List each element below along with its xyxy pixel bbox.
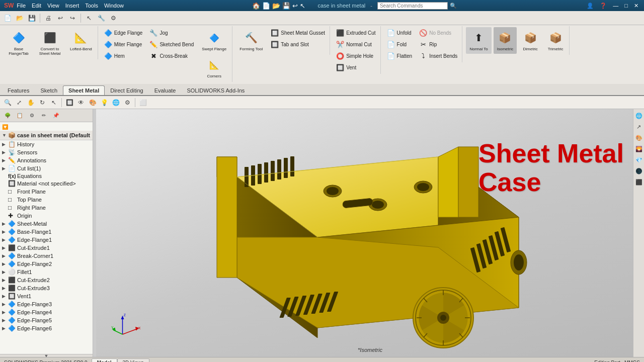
save-btn[interactable]: 💾 [26,13,37,24]
feature-mgr-icon[interactable]: 🌳 [2,110,13,121]
home-icon[interactable]: 🏠 [252,2,260,10]
tree-item-equations[interactable]: f(x) Equations [0,172,93,179]
pin-icon[interactable]: 📌 [50,110,61,121]
tree-item-front-plane[interactable]: □ Front Plane [0,188,93,196]
simple-hole-btn[interactable]: ⭕ Simple Hole [334,50,378,61]
menu-edit[interactable]: Edit [32,3,41,9]
lofted-bend-btn[interactable]: 📐 Lofted-Bend [66,27,96,54]
view-zoom-icon[interactable]: 🔍 [2,97,13,108]
select-btn[interactable]: ↖ [84,13,95,24]
tree-item-edge-flange3[interactable]: ▶ 🔷 Edge-Flange3 [0,300,93,308]
tree-root[interactable]: ▼ 📦 case in sheet metal (Default [0,131,93,140]
ambient-occlusion-icon[interactable]: ⬛ [634,177,643,187]
scene-panel-icon[interactable]: 🌄 [634,144,643,153]
tree-item-sensors[interactable]: ▶ 📡 Sensors [0,148,93,156]
undo-btn[interactable]: ↩ [55,13,66,24]
rip-btn[interactable]: ✂ Rip [417,39,460,50]
tree-item-material[interactable]: 🔲 Material <not specified> [0,179,93,188]
undo-icon[interactable]: ↩ [292,2,298,10]
normal-to-btn[interactable]: ⬆ Normal To [466,27,491,54]
tree-item-edge-flange1[interactable]: ▶ 🔷 Edge-Flange1 [0,236,93,244]
miter-flange-btn[interactable]: 🔷 Miter Flange [102,39,145,50]
tree-item-edge-flange6[interactable]: ▶ 🔷 Edge-Flange6 [0,324,93,332]
view-rotate-icon[interactable]: ↻ [37,97,48,108]
tree-item-sheet-metal[interactable]: ▶ 🔷 Sheet-Metal [0,220,93,228]
property-mgr-icon[interactable]: 📋 [14,110,25,121]
expand-icon[interactable]: ⬜ [137,97,148,108]
cross-break-btn[interactable]: ✖ Cross-Break [147,50,196,61]
no-bends-btn[interactable]: 🚫 No Bends [417,27,460,38]
tree-item-origin[interactable]: ✚ Origin [0,212,93,220]
open-btn[interactable]: 📂 [14,13,25,24]
tree-item-history[interactable]: ▶ 📋 History [0,140,93,148]
forming-tool-btn[interactable]: 🔨 Forming Tool [236,27,266,54]
new-file-btn[interactable]: 📄 [2,13,13,24]
lighting-icon[interactable]: 💡 [99,97,110,108]
rebuild-btn[interactable]: 🔧 [96,13,107,24]
select-icon[interactable]: ↖ [300,2,305,10]
config-mgr-icon[interactable]: ⚙ [26,110,37,121]
tree-item-cut-extrude1[interactable]: ▶ ⬛ Cut-Extrude1 [0,244,93,252]
trimetric-btn[interactable]: 📦 Trimetric [544,27,567,54]
insert-bends-btn[interactable]: ⤵ Insert Bends [417,50,460,61]
view-fit-icon[interactable]: ⤢ [14,97,25,108]
tree-item-cut-extrude2[interactable]: ▶ ⬛ Cut-Extrude2 [0,276,93,284]
new-icon[interactable]: 📄 [262,2,270,10]
tab-sketch[interactable]: Sketch [35,85,63,95]
tree-item-edge-flange2[interactable]: ▶ 🔷 Edge-Flange2 [0,260,93,268]
markup-icon[interactable]: ✏ [38,110,49,121]
tree-item-break-corner1[interactable]: ▶ 🔷 Break-Corner1 [0,252,93,260]
sketched-bend-btn[interactable]: ✏️ Sketched Bend [147,39,196,50]
menu-tools[interactable]: Tools [85,3,98,9]
redo-btn[interactable]: ↪ [67,13,78,24]
menu-file[interactable]: File [17,3,26,9]
extruded-cut-btn[interactable]: ⬛ Extruded Cut [334,27,378,38]
model-tab-model[interactable]: Model [92,358,117,362]
help-icon[interactable]: ❓ [598,3,608,9]
menu-window[interactable]: Window [104,3,124,9]
print-btn[interactable]: 🖨 [43,13,54,24]
user-icon[interactable]: 👤 [585,3,595,9]
base-flange-tab-btn[interactable]: 🔷 Base Flange/Tab [4,27,33,58]
minimize-btn[interactable]: — [611,3,620,9]
tree-item-cut-extrude3[interactable]: ▶ ⬛ Cut-Extrude3 [0,284,93,292]
scene-icon[interactable]: 🌐 [110,97,121,108]
dimetric-btn[interactable]: 📦 Dimetric [519,27,542,54]
isometric-btn[interactable]: 📦 Isometric [494,27,517,54]
menu-view[interactable]: View [47,3,59,9]
3d-viewport[interactable]: Sheet Metal Case Z X Y *Isometric 🌐 ↗ 🎨 … [96,109,644,357]
triad-icon[interactable]: ↗ [634,122,643,131]
tab-features[interactable]: Features [2,85,35,95]
view-cube-icon[interactable]: 🌐 [634,111,643,120]
display-style-icon[interactable]: 🔲 [64,97,75,108]
tree-item-edge-flange4[interactable]: ▶ 🔷 Edge-Flange4 [0,308,93,316]
tree-item-cut-list[interactable]: ▶ 📄 Cut list(1) [0,164,93,172]
filter-icon[interactable]: 🔽 [2,124,8,130]
tab-addins[interactable]: SOLIDWORKS Add-Ins [181,85,250,95]
tab-slot-btn[interactable]: 🔲 Tab and Slot [268,39,328,50]
sheet-metal-gusset-btn[interactable]: 🔲 Sheet Metal Gusset [268,27,328,38]
edge-flange-btn[interactable]: 🔷 Edge Flange [102,27,145,38]
tree-item-base-flange1[interactable]: ▶ 🔷 Base-Flange1 [0,228,93,236]
shadow-icon[interactable]: 🌑 [634,166,643,175]
unfold-btn[interactable]: 📄 Unfold [384,27,415,38]
save-icon[interactable]: 💾 [282,2,290,10]
tree-item-edge-flange5[interactable]: ▶ 🔷 Edge-Flange5 [0,316,93,324]
tab-direct-editing[interactable]: Direct Editing [105,85,148,95]
view-settings-icon[interactable]: ⚙ [122,97,133,108]
tab-evaluate[interactable]: Evaluate [149,85,182,95]
jog-btn[interactable]: 🔧 Jog [147,27,196,38]
open-icon[interactable]: 📂 [272,2,280,10]
normal-cut-btn[interactable]: ✂️ Normal Cut [334,39,378,50]
search-icon[interactable]: 🔍 [450,3,457,9]
tree-item-vent1[interactable]: ▶ 🔲 Vent1 [0,292,93,300]
tree-item-right-plane[interactable]: □ Right Plane [0,204,93,212]
appearance-panel-icon[interactable]: 🎨 [634,133,643,142]
settings-btn[interactable]: ⚙ [108,13,119,24]
search-input[interactable] [377,2,448,10]
view-pan-icon[interactable]: ✋ [25,97,36,108]
tree-item-top-plane[interactable]: □ Top Plane [0,196,93,204]
flatten-btn[interactable]: 📄 Flatten [384,50,415,61]
corners-btn[interactable]: 📐 Corners [198,54,230,81]
model-tab-3d-views[interactable]: 3D Views [117,358,149,362]
